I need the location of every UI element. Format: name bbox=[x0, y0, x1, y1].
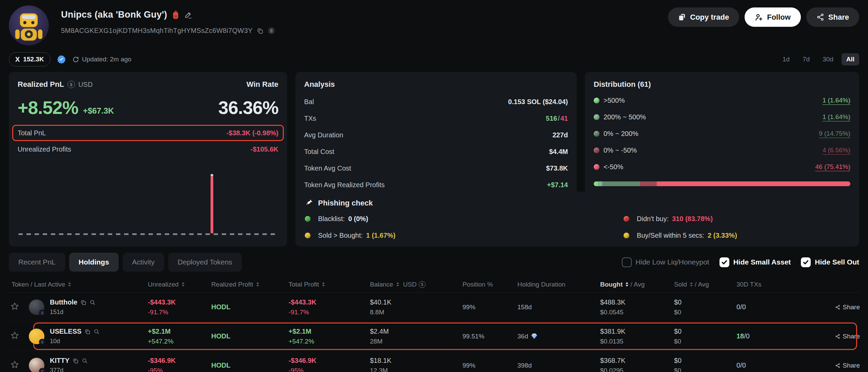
search-token-button[interactable] bbox=[90, 299, 96, 306]
copy-token-button[interactable] bbox=[80, 299, 86, 306]
token-name[interactable]: KITTY bbox=[50, 357, 70, 365]
col-header-30d-txs[interactable]: 30D TXs bbox=[736, 281, 835, 288]
distribution-dot-icon bbox=[594, 131, 599, 137]
wallet-address[interactable]: 5M8ACGKEXG1ojKDTMH3sMqhTihTgHYMSsZc6W8i7… bbox=[61, 27, 253, 35]
col-header-balance[interactable]: Balance USD bbox=[370, 281, 462, 288]
token-name[interactable]: Butthole bbox=[50, 298, 77, 306]
distribution-row-label: 0% ~ -50% bbox=[604, 146, 637, 154]
follow-button[interactable]: Follow bbox=[745, 7, 801, 27]
updated-timestamp: Updated: 2m ago bbox=[82, 56, 132, 63]
col-header-realized-label: Realized Profit bbox=[211, 281, 253, 288]
copy-token-button[interactable] bbox=[73, 358, 79, 364]
search-token-button[interactable] bbox=[82, 358, 88, 364]
backpack-icon bbox=[171, 10, 180, 20]
copy-address-button[interactable] bbox=[257, 27, 263, 34]
sold-total: $0 bbox=[674, 328, 736, 335]
sold-total: $0 bbox=[674, 357, 736, 365]
phishing-dot-icon bbox=[305, 216, 311, 222]
twitter-followers-pill[interactable]: 152.3K bbox=[9, 52, 51, 66]
filter-hide-small-asset[interactable]: Hide Small Asset bbox=[719, 257, 791, 267]
token-name[interactable]: USELESS bbox=[50, 328, 81, 335]
phishing-item: Didn't buy: 310 (83.78%) bbox=[624, 215, 850, 223]
analysis-row: Avg Duration 227d bbox=[304, 127, 568, 143]
distribution-row-value-link[interactable]: 4 (6.56%) bbox=[823, 146, 850, 155]
holdings-table: Token / Last Active Unrealized Realized … bbox=[0, 276, 868, 372]
cell-bought: $368.7K$0.0295 bbox=[600, 357, 674, 372]
col-header-duration[interactable]: Holding Duration bbox=[517, 281, 600, 288]
phishing-check-panel: Phishing check Blacklist: 0 (0%) Didn't … bbox=[295, 192, 859, 247]
favorite-star-button[interactable] bbox=[8, 360, 19, 369]
favorite-star-button[interactable] bbox=[8, 331, 19, 340]
col-header-unrealized[interactable]: Unrealized bbox=[148, 281, 211, 288]
col-header-sold[interactable]: Sold / Avg bbox=[674, 281, 736, 288]
distribution-row-value-link[interactable]: 1 (1.64%) bbox=[823, 97, 850, 105]
tab-holdings[interactable]: Holdings bbox=[69, 253, 119, 272]
analysis-rows: Bal 0.153 SOL ($24.04) TXs 516/41 Avg Du… bbox=[304, 94, 568, 193]
row-share-button[interactable]: Share bbox=[835, 304, 860, 311]
unrealized-percent: -95% bbox=[148, 367, 211, 372]
checkbox[interactable] bbox=[719, 257, 729, 267]
time-filter-30d[interactable]: 30d bbox=[818, 53, 838, 65]
total-pnl-label: Total PnL bbox=[18, 129, 46, 137]
txs-sells: /0 bbox=[740, 361, 746, 369]
bought-avg: $0.0545 bbox=[600, 309, 674, 316]
analysis-row: Token Avg Realized Profits +$7.14 bbox=[304, 177, 568, 193]
sort-icon bbox=[690, 282, 693, 287]
time-filter-1d[interactable]: 1d bbox=[778, 53, 794, 65]
share-profile-button[interactable]: Share bbox=[806, 7, 859, 27]
win-rate-label: Win Rate bbox=[246, 80, 278, 89]
cell-sold: $0$0 bbox=[674, 357, 736, 372]
table-row-butthole[interactable]: Butthole 151d -$443.3K-91.7% HODL -$443.… bbox=[8, 293, 860, 322]
col-header-realized[interactable]: Realized Profit bbox=[211, 281, 289, 288]
time-filter-all[interactable]: All bbox=[842, 53, 859, 65]
copy-token-button[interactable] bbox=[84, 329, 91, 335]
sort-icon bbox=[626, 282, 628, 287]
row-share-button[interactable]: Share bbox=[835, 362, 860, 369]
sort-icon bbox=[396, 282, 399, 287]
phishing-dot-icon bbox=[305, 233, 311, 238]
bought-total: $381.9K bbox=[600, 328, 674, 335]
filter-label: Hide Low Liq/Honeypot bbox=[636, 258, 709, 266]
distribution-row-value-link[interactable]: 46 (75.41%) bbox=[815, 163, 850, 171]
tab-deployed-tokens[interactable]: Deployed Tokens bbox=[168, 253, 242, 272]
cell-total-profit: -$346.9K-95% bbox=[289, 357, 370, 372]
row-share-label: Share bbox=[843, 304, 860, 311]
filter-hide-sell-out[interactable]: Hide Sell Out bbox=[801, 257, 859, 267]
table-row-useless[interactable]: USELESS 10d +$2.1M+547.2% HODL +$2.1M+54… bbox=[8, 322, 860, 351]
copy-trade-button[interactable]: Copy trade bbox=[668, 7, 739, 27]
stats-section: Realized PnL USD Win Rate +8.52% +$67.3K… bbox=[9, 72, 859, 247]
distribution-row-value-link[interactable]: 9 (14.75%) bbox=[819, 130, 850, 138]
refresh-button[interactable] bbox=[72, 56, 79, 63]
phishing-item-label: Sold > Bought: bbox=[318, 232, 363, 239]
solscan-link-button[interactable] bbox=[268, 27, 275, 35]
follow-label: Follow bbox=[767, 13, 791, 22]
balance-unit-label: USD bbox=[403, 281, 417, 288]
sold-avg: $0 bbox=[674, 309, 736, 316]
table-row-kitty[interactable]: KITTY 377d -$346.9K-95% HODL -$346.9K-95… bbox=[8, 351, 860, 372]
balance-tokens: 8.8M bbox=[370, 309, 462, 316]
checkbox[interactable] bbox=[801, 257, 811, 267]
favorite-star-button[interactable] bbox=[8, 302, 19, 311]
col-header-total[interactable]: Total Profit bbox=[289, 281, 370, 288]
distribution-row-value-link[interactable]: 1 (1.64%) bbox=[823, 113, 850, 121]
unrealized-amount: +$2.1M bbox=[148, 328, 211, 335]
col-header-token[interactable]: Token / Last Active bbox=[8, 281, 148, 288]
usd-coin-icon[interactable] bbox=[419, 281, 426, 288]
tabs-bar: Recent PnLHoldingsActivityDeployed Token… bbox=[9, 253, 859, 272]
checkbox[interactable] bbox=[622, 257, 632, 267]
col-header-position[interactable]: Position % bbox=[462, 281, 517, 288]
check-icon bbox=[721, 259, 728, 266]
txs-buys: 18 bbox=[736, 332, 744, 340]
search-token-button[interactable] bbox=[94, 329, 100, 335]
filter-hide-low-liq-honeypot[interactable]: Hide Low Liq/Honeypot bbox=[622, 257, 709, 267]
edit-name-button[interactable] bbox=[184, 11, 192, 19]
total-profit-percent: +547.2% bbox=[289, 338, 370, 345]
time-filter-7d[interactable]: 7d bbox=[798, 53, 814, 65]
col-header-bought[interactable]: Bought / Avg bbox=[600, 281, 674, 288]
usd-coin-icon[interactable] bbox=[67, 81, 75, 88]
tab-recent-pnl[interactable]: Recent PnL bbox=[9, 253, 65, 272]
row-share-button[interactable]: Share bbox=[835, 333, 860, 340]
tab-activity[interactable]: Activity bbox=[123, 253, 164, 272]
magnifier-icon bbox=[94, 329, 100, 335]
col-header-total-label: Total Profit bbox=[289, 281, 319, 288]
